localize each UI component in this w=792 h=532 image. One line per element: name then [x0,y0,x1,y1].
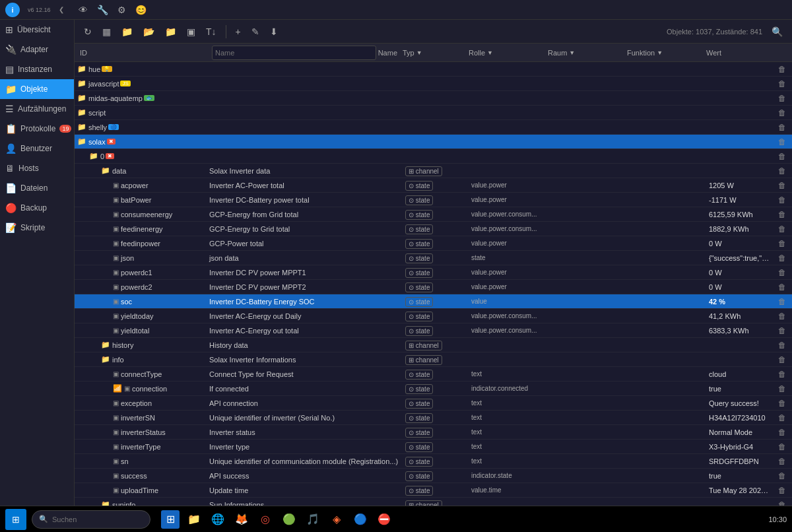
taskbar-icon-4[interactable]: 🦊 [232,510,251,529]
table-row[interactable]: ▣ success API success ⊙ state indicator.… [75,469,792,483]
taskbar-icon-8[interactable]: ◈ [327,510,346,529]
sidebar-item-backup[interactable]: 🔴Backup [0,198,74,218]
start-button[interactable]: ⊞ [5,509,26,530]
table-row[interactable]: ▣ inverterSN Unique identifier of invert… [75,411,792,425]
delete-button[interactable]: 🗑 [772,312,792,321]
taskbar-icon-2[interactable]: 📁 [185,510,203,529]
delete-button[interactable]: 🗑 [772,341,792,350]
delete-button[interactable]: 🗑 [772,326,792,335]
table-row[interactable]: ▣ uploadTime Update time ⊙ state value.t… [75,483,792,498]
table-row[interactable]: ▣ powerdc2 Inverter DC PV power MPPT2 ⊙ … [75,280,792,294]
delete-button[interactable]: 🗑 [772,457,792,466]
delete-button[interactable]: 🗑 [772,413,792,422]
settings-icon[interactable]: ⚙ [117,5,126,15]
view-toggle-button[interactable]: ▦ [98,24,115,40]
table-row[interactable]: ▣ yieldtoday Inverter AC-Energy out Dail… [75,309,792,323]
taskbar-icon-5[interactable]: ◎ [256,510,275,529]
delete-button[interactable]: 🗑 [772,224,792,234]
delete-button[interactable]: 🗑 [772,384,792,393]
table-row[interactable]: ▣ feedinpower GCP-Power total ⊙ state va… [75,236,792,251]
delete-button[interactable]: 🗑 [772,239,792,248]
sidebar-item-skripte[interactable]: 📝Skripte [0,218,74,238]
delete-button[interactable]: 🗑 [772,137,792,147]
table-row[interactable]: 📁 solax ✖ 🗑 [75,135,792,149]
table-row[interactable]: ▣ batPower Inverter DC-Battery power tot… [75,193,792,207]
table-row[interactable]: ▣ soc Inverter DC-Battery Energy SOC ⊙ s… [75,294,792,309]
table-row[interactable]: 📁 0 ✖ 🗑 [75,149,792,164]
view-icon[interactable]: 👁 [79,5,88,15]
taskbar-icon-1[interactable]: ⊞ [161,510,180,529]
delete-button[interactable]: 🗑 [772,210,792,219]
sidebar-item-instanzen[interactable]: ▤Instanzen [0,59,74,79]
taskbar-icon-6[interactable]: 🟢 [280,510,298,529]
taskbar-search-input[interactable] [52,515,131,523]
delete-button[interactable]: 🗑 [772,442,792,451]
delete-button[interactable]: 🗑 [772,195,792,205]
table-row[interactable]: ▣ consumeenergy GCP-Energy from Grid tot… [75,207,792,222]
delete-button[interactable]: 🗑 [772,399,792,408]
table-row[interactable]: ▣ yieldtotal Inverter AC-Energy out tota… [75,323,792,338]
text-button[interactable]: T↓ [202,24,220,40]
filter-button[interactable]: ▣ [183,24,199,40]
delete-button[interactable]: 🗑 [772,297,792,306]
table-row[interactable]: 📁 shelly 🔵 🗑 [75,120,792,135]
taskbar-icon-9[interactable]: 🔵 [351,510,370,529]
table-row[interactable]: 📁 script 🗑 [75,106,792,120]
delete-button[interactable]: 🗑 [772,94,792,103]
delete-button[interactable]: 🗑 [772,181,792,190]
delete-button[interactable]: 🗑 [772,152,792,161]
delete-button[interactable]: 🗑 [772,166,792,176]
table-row[interactable]: ▣ exception API connection ⊙ state text … [75,396,792,411]
delete-button[interactable]: 🗑 [772,65,792,74]
delete-button[interactable]: 🗑 [772,79,792,88]
folder-blue-button[interactable]: 📁 [161,24,180,40]
sidebar-item-uebersicht[interactable]: ⊞Übersicht [0,20,74,40]
delete-button[interactable]: 🗑 [772,471,792,481]
taskbar-icon-10[interactable]: ⛔ [375,510,393,529]
tools-icon[interactable]: 🔧 [97,5,108,15]
table-row[interactable]: ▣ powerdc1 Inverter DC PV power MPPT1 ⊙ … [75,265,792,280]
table-row[interactable]: 📁 javascript JS 🗑 [75,77,792,91]
taskbar-icon-3[interactable]: 🌐 [209,510,227,529]
folder-open-button[interactable]: 📂 [139,24,158,40]
table-row[interactable]: 📁 history History data ⊞ channel 🗑 [75,338,792,352]
table-row[interactable]: 📁 info Solax Inverter Informations ⊞ cha… [75,352,792,367]
table-row[interactable]: ▣ connectType Connect Type for Request ⊙… [75,367,792,382]
delete-button[interactable]: 🗑 [772,428,792,437]
delete-button[interactable]: 🗑 [772,108,792,117]
table-row[interactable]: 📁 hue 💡 🗑 [75,62,792,77]
sidebar-item-protokolle[interactable]: 📋Protokolle19 [0,119,74,139]
table-row[interactable]: 📁 data Solax Inverter data ⊞ channel 🗑 [75,164,792,178]
sidebar-item-hosts[interactable]: 🖥Hosts [0,158,74,178]
sidebar-item-adapter[interactable]: 🔌Adapter [0,40,74,59]
table-row[interactable]: ▣ inverterStatus Inverter status ⊙ state… [75,425,792,440]
sidebar-item-aufzaehlungen[interactable]: ☰Aufzählungen [0,99,74,119]
table-row[interactable]: ▣ sn Unique identifier of communication … [75,454,792,469]
table-row[interactable]: 📶 ▣ connection If connected ⊙ state indi… [75,382,792,396]
delete-button[interactable]: 🗑 [772,500,792,506]
table-row[interactable]: ▣ acpower Inverter AC-Power total ⊙ stat… [75,178,792,193]
delete-button[interactable]: 🗑 [772,268,792,277]
add-button[interactable]: + [232,24,245,40]
sidebar-item-benutzer[interactable]: 👤Benutzer [0,139,74,158]
table-row[interactable]: 📁 midas-aquatemp 🐟 🗑 [75,91,792,106]
delete-button[interactable]: 🗑 [772,283,792,292]
delete-button[interactable]: 🗑 [772,355,792,364]
taskbar-search[interactable]: 🔍 [32,510,150,529]
refresh-button[interactable]: ↻ [80,24,96,40]
delete-button[interactable]: 🗑 [772,123,792,132]
sidebar-item-objekte[interactable]: 📁Objekte [0,79,74,99]
collapse-icon[interactable]: ❮ [59,6,64,13]
taskbar-icon-7[interactable]: 🎵 [304,510,322,529]
table-row[interactable]: ▣ inverterType Inverter type ⊙ state tex… [75,440,792,454]
table-row[interactable]: 📁 suninfo Sun Informations ⊞ channel 🗑 [75,498,792,506]
export-button[interactable]: ⬇ [266,24,282,40]
name-filter-input[interactable] [212,46,376,60]
user-icon[interactable]: 😊 [135,5,147,15]
sidebar-item-dateien[interactable]: 📄Dateien [0,178,74,198]
search-toolbar-button[interactable]: 🔍 [768,24,787,40]
delete-button[interactable]: 🗑 [772,486,792,495]
delete-button[interactable]: 🗑 [772,253,792,263]
delete-button[interactable]: 🗑 [772,370,792,379]
file-button[interactable]: 📁 [117,24,137,40]
